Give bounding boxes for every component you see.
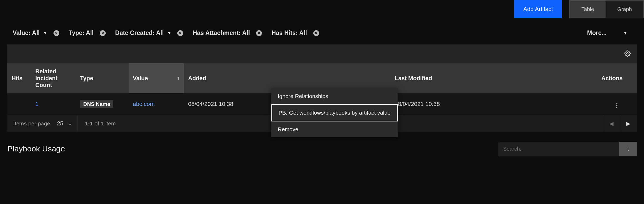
row-context-menu: Ignore Relationships PB: Get workflows/p… (271, 88, 398, 137)
filter-type[interactable]: Type: All ✕ (69, 29, 106, 37)
menu-ignore-relationships[interactable]: Ignore Relationships (271, 88, 398, 104)
filter-date-label: Date Created: All (115, 29, 164, 37)
chevron-down-icon: ▼ (623, 31, 627, 35)
filter-has-hits[interactable]: Has Hits: All ✕ (271, 29, 319, 37)
add-artifact-button[interactable]: Add Artifact (514, 0, 562, 18)
view-graph-tab[interactable]: Graph (606, 1, 643, 18)
view-table-tab[interactable]: Table (570, 1, 606, 18)
col-value[interactable]: Value ↑ (129, 63, 184, 93)
type-badge: DNS Name (80, 100, 113, 108)
filter-value[interactable]: Value: All ▼ ✕ (13, 29, 59, 37)
chevron-down-icon: ⌄ (68, 121, 72, 126)
col-hits[interactable]: Hits (7, 63, 31, 93)
filter-date-created[interactable]: Date Created: All ▼ ✕ (115, 29, 183, 37)
menu-remove[interactable]: Remove (271, 121, 398, 137)
col-type[interactable]: Type (76, 63, 129, 93)
value-link[interactable]: abc.com (133, 101, 155, 107)
prev-page-button[interactable]: ◀ (603, 115, 620, 132)
col-related[interactable]: Related Incident Count (31, 63, 76, 93)
section-title: Playbook Usage (7, 144, 65, 153)
related-link[interactable]: 1 (35, 101, 38, 107)
pagination-range: 1-1 of 1 item (78, 120, 123, 127)
gear-icon[interactable] (624, 50, 631, 58)
clear-filter-value-icon[interactable]: ✕ (53, 30, 59, 36)
clear-filter-date-icon[interactable]: ✕ (177, 30, 183, 36)
cell-hits (7, 93, 31, 115)
filter-more[interactable]: More... ▼ (587, 29, 631, 37)
clear-filter-hits-icon[interactable]: ✕ (313, 30, 319, 36)
filter-hits-label: Has Hits: All (271, 29, 307, 37)
col-value-label: Value (133, 75, 148, 81)
chevron-down-icon: ▼ (43, 31, 47, 35)
cell-modified: 08/04/2021 10:38 (391, 93, 597, 115)
menu-get-workflows[interactable]: PB: Get workflows/playbooks by artifact … (271, 104, 398, 121)
chevron-down-icon: ▼ (168, 31, 171, 35)
page-size-select[interactable]: 25 ⌄ (57, 120, 71, 127)
page-size-value: 25 (57, 120, 63, 127)
view-toggle: Table Graph (569, 0, 644, 18)
search-input[interactable] (498, 142, 619, 156)
col-last-modified[interactable]: Last Modified (391, 63, 597, 93)
clear-filter-type-icon[interactable]: ✕ (100, 30, 106, 36)
clear-filter-attach-icon[interactable]: ✕ (256, 30, 262, 36)
svg-point-0 (627, 52, 628, 54)
col-actions: Actions (597, 63, 637, 93)
search-suffix-button[interactable]: t (619, 142, 637, 156)
items-per-page-label: Items per page (13, 120, 50, 127)
filter-has-attachment[interactable]: Has Attachment: All ✕ (193, 29, 262, 37)
filter-more-label: More... (587, 29, 607, 37)
filter-attach-label: Has Attachment: All (193, 29, 250, 37)
row-actions-menu-icon[interactable] (614, 101, 620, 110)
filter-value-label: Value: All (13, 29, 40, 37)
next-page-button[interactable]: ▶ (620, 115, 637, 132)
sort-asc-icon: ↑ (177, 75, 180, 81)
filter-type-label: Type: All (69, 29, 94, 37)
